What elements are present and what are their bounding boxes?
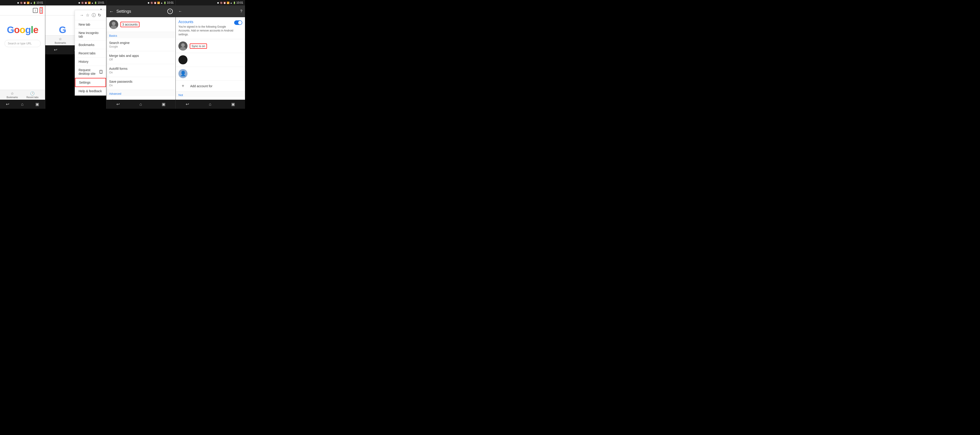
record-icon-2: ⏺: [78, 2, 80, 4]
status-icons-2: ⏺ 🔇 ⏰ 📶 ▲ 🔋 10:01: [78, 1, 104, 4]
signal-icon-4: ▲: [230, 2, 232, 4]
wifi-icon-3: 📶: [157, 2, 160, 4]
panel-settings: ⏺ 🔇 ⏰ 📶 ▲ 🔋 10:01 ← Settings ? 3 a: [107, 0, 176, 109]
status-bar-2: ⏺ 🔇 ⏰ 📶 ▲ 🔋 10:01: [45, 0, 106, 5]
svg-point-4: [181, 43, 185, 47]
recents-button-1[interactable]: ▣: [35, 102, 39, 107]
panel-browser: ⏺ 🔇 ⏰ 📶 ▲ 🔋 10:01 1 Google Search or typ…: [0, 0, 45, 109]
back-arrow-accounts[interactable]: ←: [178, 9, 182, 13]
not-section-label: Not: [176, 92, 245, 97]
nav-bar-1: ↩ ⌂ ▣: [0, 100, 45, 109]
overflow-menu-button[interactable]: [40, 7, 43, 14]
home-button-1[interactable]: ⌂: [21, 102, 24, 107]
autofill-item[interactable]: Autofill forms On: [107, 64, 175, 77]
menu-item-bookmarks[interactable]: Bookmarks: [75, 41, 106, 49]
accounts-title-section: Accounts You're signed in to the followi…: [176, 17, 245, 39]
help-button-accounts[interactable]: ?: [240, 9, 242, 13]
logo-g2: g: [25, 24, 31, 35]
add-account-label: Add account for: [190, 84, 212, 88]
signal-icon-3: ▲: [161, 2, 163, 4]
signal-icon-2: ▲: [91, 2, 94, 4]
accounts-subtitle: You're signed in to the following Google…: [178, 25, 234, 36]
wifi-icon: 📶: [27, 2, 29, 4]
accounts-toggle[interactable]: [234, 21, 242, 25]
recent-tabs-button-1[interactable]: 🕐 Recent tabs: [27, 91, 38, 99]
save-passwords-value: On: [109, 84, 173, 87]
menu-item-new-incognito-tab[interactable]: New incognito tab: [75, 29, 106, 41]
basics-section-label: Basics: [107, 32, 175, 38]
svg-point-1: [112, 22, 116, 25]
accounts-row[interactable]: 3 accounts: [107, 17, 175, 32]
status-icons-1: ⏺ 🔇 ⏰ 📶 ▲ 🔋 10:01: [17, 1, 43, 4]
bookmark-icon[interactable]: ☆: [86, 13, 89, 18]
home-button-4[interactable]: ⌂: [209, 102, 212, 107]
forward-icon[interactable]: →: [80, 13, 84, 18]
alarm-icon-4: ⏰: [223, 2, 226, 4]
autofill-value: On: [109, 71, 173, 74]
privacy-item[interactable]: Privacy: [107, 96, 175, 100]
back-button-3[interactable]: ↩: [116, 102, 120, 107]
back-button-4[interactable]: ↩: [186, 102, 189, 107]
nav-bar-4: ↩ ⌂ ▣: [176, 100, 245, 109]
time-display-2: 10:01: [98, 1, 104, 4]
account-item-1[interactable]: Sync is on: [176, 39, 245, 53]
menu-item-request-desktop[interactable]: Request desktop site: [75, 66, 106, 78]
help-button-settings[interactable]: ?: [167, 9, 173, 14]
save-passwords-item[interactable]: Save passwords On: [107, 77, 175, 90]
menu-item-history[interactable]: History: [75, 57, 106, 66]
alarm-icon-3: ⏰: [154, 2, 156, 4]
account-item-2[interactable]: [176, 53, 245, 67]
merge-tabs-title: Merge tabs and apps: [109, 54, 173, 57]
search-engine-item[interactable]: Search engine Google: [107, 38, 175, 51]
bookmark-icon-1: ☆: [11, 91, 14, 96]
recents-button-3[interactable]: ▣: [162, 102, 165, 107]
dot-2: [41, 10, 42, 11]
help-feedback-label: Help & feedback: [79, 89, 102, 93]
menu-item-recent-tabs[interactable]: Recent tabs: [75, 49, 106, 57]
request-desktop-checkbox[interactable]: [100, 70, 102, 73]
menu-item-settings[interactable]: Settings: [75, 78, 106, 87]
battery-icon: 🔋: [33, 2, 36, 4]
bottom-tab-bar-1: ☆ Bookmarks 🕐 Recent tabs: [0, 90, 45, 100]
recent-tabs-menu-label: Recent tabs: [79, 51, 95, 55]
tab-count-button[interactable]: 1: [33, 8, 38, 13]
settings-label: Settings: [79, 81, 91, 84]
back-arrow-settings[interactable]: ←: [109, 9, 114, 14]
bookmarks-button-2[interactable]: ☆ Bookmarks: [54, 37, 66, 44]
incognito-row[interactable]: Go incognito to browse privately or sign…: [176, 97, 245, 100]
bookmarks-menu-label: Bookmarks: [79, 43, 94, 47]
advanced-section-label: Advanced: [107, 90, 175, 96]
logo-o2: o: [19, 24, 25, 35]
refresh-icon[interactable]: ↻: [98, 13, 101, 18]
search-input-1[interactable]: Search or type URL: [5, 40, 41, 47]
signal-icon: ▲: [30, 2, 32, 4]
recents-button-4[interactable]: ▣: [231, 102, 235, 107]
google-logo: Google: [7, 24, 38, 35]
volume-icon-2: 🔇: [81, 2, 84, 4]
bookmarks-button-1[interactable]: ☆ Bookmarks: [6, 91, 18, 99]
autofill-title: Autofill forms: [109, 67, 173, 70]
account-1-info: Sync is on: [190, 43, 242, 49]
record-icon-4: ⏺: [217, 2, 219, 4]
chrome-header-1: 1: [0, 5, 45, 15]
time-display-1: 10:01: [37, 1, 43, 4]
settings-header: ← Settings ?: [107, 5, 175, 17]
back-button-2[interactable]: ↩: [54, 47, 57, 53]
search-engine-title: Search engine: [109, 41, 173, 45]
logo-o1: o: [14, 24, 20, 35]
menu-item-help-feedback[interactable]: Help & feedback: [75, 87, 106, 96]
info-icon[interactable]: ⓘ: [92, 13, 96, 18]
wifi-icon-2: 📶: [88, 2, 91, 4]
merge-tabs-item[interactable]: Merge tabs and apps Off: [107, 51, 175, 64]
dot-3: [41, 11, 42, 13]
add-account-row[interactable]: + Add account for: [176, 81, 245, 92]
new-incognito-label: New incognito tab: [79, 31, 102, 38]
menu-item-new-tab[interactable]: New tab: [75, 21, 106, 29]
battery-icon-4: 🔋: [233, 2, 236, 4]
account-item-3[interactable]: 👤: [176, 67, 245, 81]
back-button-1[interactable]: ↩: [6, 102, 9, 107]
bookmark-icon-2: ☆: [59, 37, 62, 41]
nav-bar-3: ↩ ⌂ ▣: [107, 100, 175, 109]
home-button-3[interactable]: ⌂: [140, 102, 142, 107]
battery-icon-3: 🔋: [164, 2, 166, 4]
